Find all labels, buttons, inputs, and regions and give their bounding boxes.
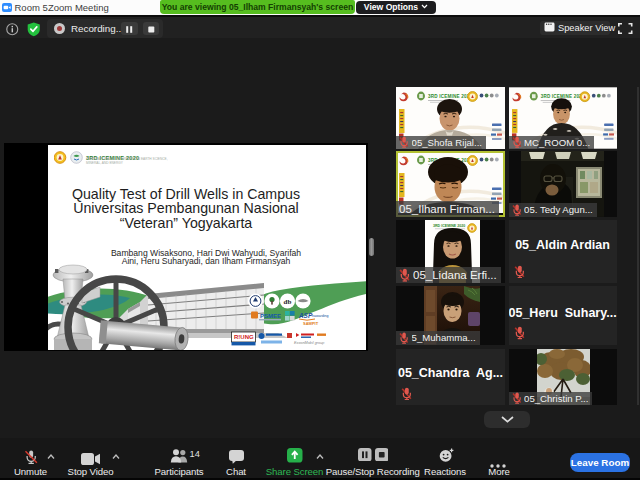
participants-label: Participants — [155, 466, 204, 477]
unmute-options-chevron[interactable] — [47, 454, 55, 460]
muted-mic-icon — [401, 387, 412, 401]
presentation-slide: db PSMEE ASP hawarding SAMPIT R!UNG — [48, 145, 366, 350]
participant-name: 05_Shofa Rijal... — [412, 137, 482, 148]
participant-tile-heru[interactable]: 05_Heru Suhary... — [509, 286, 617, 345]
reactions-smiley-icon — [439, 448, 454, 463]
participant-tile-ilham[interactable]: 05_Ilham Firman... — [396, 151, 505, 217]
share-screen-label: Share Screen — [266, 466, 323, 477]
speaker-view-icon — [544, 22, 555, 32]
more-label: More — [488, 466, 509, 477]
chat-bubble-icon — [229, 450, 244, 464]
pause-stop-recording-label: Pause/Stop Recording — [326, 466, 420, 477]
participant-name-label: MC_ROOM 0... — [509, 136, 595, 150]
participant-name-label: 05_Ilham Firman... — [396, 201, 499, 217]
view-options-label: View Options — [364, 2, 418, 12]
stop-video-label: Stop Video — [68, 466, 114, 477]
muted-mic-icon — [512, 392, 522, 404]
video-camera-icon — [81, 453, 100, 465]
mic-muted-icon — [23, 449, 39, 465]
participant-name: 05_Lidana Erfi... — [413, 269, 497, 281]
slide-conference-subtitle: INTERNATIONAL CONFERENCE ON EARTH SCIENC… — [86, 158, 168, 165]
stop-icon — [143, 23, 160, 36]
svg-text:ExxonMobil group: ExxonMobil group — [294, 341, 324, 345]
svg-text:3RD ICEMINE 2020: 3RD ICEMINE 2020 — [433, 223, 465, 227]
participant-tile-lidana[interactable]: 3RD ICEMINE 2020 05_Lidana Erfi... — [396, 220, 505, 284]
share-screen-icon — [287, 448, 303, 463]
share-screen-button[interactable] — [287, 448, 303, 467]
participant-name: 5_Muhamma... — [412, 332, 476, 343]
muted-mic-icon — [399, 136, 409, 148]
stop-recording-control[interactable] — [375, 447, 389, 465]
slide-authors: Bambang Wisaksono, Hari Dwi Wahyudi, Sya… — [76, 249, 336, 267]
university-logo — [54, 151, 83, 164]
encryption-shield-icon[interactable] — [27, 22, 41, 37]
participant-tile-tedy[interactable]: 05. Tedy Agun... — [509, 151, 617, 217]
pause-recording-button[interactable] — [121, 22, 138, 35]
recording-dot-icon — [54, 23, 65, 34]
speaker-view-label: Speaker View — [558, 23, 615, 33]
stop-video-options-chevron[interactable] — [112, 454, 120, 460]
panel-resize-handle[interactable] — [369, 238, 374, 256]
svg-text:PSMEE: PSMEE — [260, 312, 281, 318]
participants-button[interactable] — [170, 449, 189, 467]
zoom-app-icon — [2, 3, 12, 12]
participant-tile-christin[interactable]: 05_Christin P... — [509, 349, 617, 406]
recording-status-text: Recording... — [71, 19, 124, 38]
video-strip-scrollbar[interactable] — [637, 87, 639, 405]
participant-name: 05. Tedy Agun... — [524, 204, 593, 215]
participant-tile-muhammad[interactable]: 5_Muhamma... — [396, 286, 505, 345]
stop-icon — [375, 448, 389, 462]
share-screen-options-chevron[interactable] — [316, 454, 324, 460]
collapse-videos-button[interactable] — [484, 411, 530, 428]
window-titlebar: Room 5 Zoom Meeting You are viewing 05_I… — [0, 0, 640, 15]
pause-recording-control[interactable] — [358, 447, 372, 465]
slide-title-line2: Universitas Pembangunan Nasional — [48, 201, 324, 216]
chevron-down-icon — [501, 416, 514, 423]
participant-name-label: 05. Tedy Agun... — [509, 203, 597, 217]
participant-name: 05_Chandra Ag... — [396, 366, 505, 380]
slide-authors-line2: Aini, Heru Suharyadi, dan Ilham Firmansy… — [76, 257, 336, 266]
svg-text:SAMPIT: SAMPIT — [303, 321, 319, 326]
reactions-label: Reactions — [424, 466, 466, 477]
participant-name: 05_Christin P... — [524, 393, 588, 404]
leave-room-button[interactable]: Leave Room — [570, 453, 630, 472]
muted-mic-icon — [514, 326, 525, 340]
participant-name-label: 05_Lidana Erfi... — [396, 267, 501, 283]
participant-tile-aldin[interactable]: 05_Aldin Ardian — [509, 220, 617, 284]
recording-indicator-group: Recording... — [47, 19, 163, 38]
participant-name-label: 05_Christin P... — [509, 392, 593, 406]
participants-count-badge: 14 — [190, 449, 200, 459]
pause-icon — [121, 23, 138, 36]
muted-mic-icon — [512, 204, 522, 216]
slide-title: Quality Test of Drill Wells in Campus Un… — [48, 187, 324, 231]
svg-text:ASP: ASP — [298, 311, 313, 318]
pause-icon — [358, 448, 372, 462]
window-title: Zoom Meeting — [48, 0, 109, 15]
viewing-screen-banner: You are viewing 05_Ilham Firmansyah's sc… — [160, 0, 355, 14]
stop-recording-button[interactable] — [143, 22, 160, 35]
slide-artwork: db PSMEE ASP hawarding SAMPIT R!UNG — [48, 145, 366, 350]
participant-name-label: 5_Muhamma... — [396, 331, 480, 345]
participant-name: 05_Ilham Firman... — [399, 203, 495, 215]
meeting-control-bar: Unmute Stop Video 14 Participants — [0, 438, 640, 480]
view-options-button[interactable]: View Options — [356, 1, 436, 14]
meeting-info-bar: Recording... Speaker View — [0, 17, 640, 39]
fullscreen-icon[interactable] — [618, 23, 633, 34]
chevron-down-icon — [421, 4, 428, 9]
meeting-info-icon[interactable] — [6, 23, 19, 36]
shared-screen-area: db PSMEE ASP hawarding SAMPIT R!UNG — [4, 143, 368, 351]
muted-mic-icon — [514, 265, 525, 279]
participant-name: 05_Heru Suhary... — [509, 306, 617, 320]
slide-title-line1: Quality Test of Drill Wells in Campus — [48, 187, 324, 202]
participant-tile-chandra[interactable]: 05_Chandra Ag... — [396, 349, 505, 406]
muted-mic-icon — [399, 268, 410, 282]
participant-name: MC_ROOM 0... — [524, 137, 590, 148]
room-label: Room 5 — [15, 0, 48, 15]
muted-mic-icon — [399, 332, 409, 344]
participant-name: 05_Aldin Ardian — [509, 238, 617, 252]
reactions-button[interactable] — [439, 448, 454, 467]
muted-mic-icon — [512, 136, 522, 148]
participant-tile-mcroom[interactable]: MC_ROOM 0... — [509, 87, 617, 149]
speaker-view-button[interactable]: Speaker View — [540, 21, 610, 36]
participant-tile-shofa[interactable]: 05_Shofa Rijal... — [396, 87, 505, 149]
